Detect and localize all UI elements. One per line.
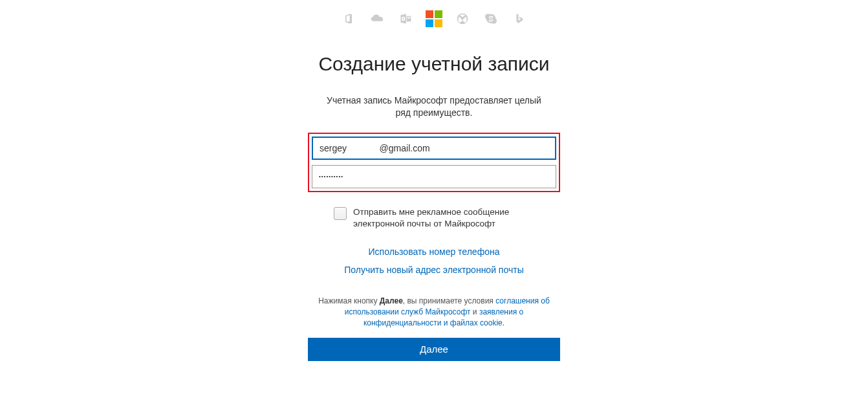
page-subtitle: Учетная запись Майкрософт предоставляет … bbox=[324, 94, 544, 120]
legal-next-bold: Далее bbox=[380, 296, 403, 305]
bing-icon bbox=[512, 12, 526, 26]
legal-text: Нажимая кнопку Далее, вы принимаете усло… bbox=[308, 296, 560, 328]
skype-icon bbox=[484, 12, 498, 26]
page-title: Создание учетной записи bbox=[308, 52, 560, 76]
input-highlight-box bbox=[308, 133, 560, 192]
microsoft-logo-icon bbox=[427, 12, 441, 26]
next-button[interactable]: Далее bbox=[308, 338, 560, 361]
get-new-email-link[interactable]: Получить новый адрес электронной почты bbox=[308, 265, 560, 275]
legal-prefix: Нажимая кнопку bbox=[318, 296, 380, 305]
signup-container: Создание учетной записи Учетная запись М… bbox=[308, 12, 560, 407]
password-input[interactable] bbox=[312, 165, 556, 188]
onedrive-icon bbox=[370, 12, 384, 26]
promo-checkbox-label: Отправить мне рекламное сообщение электр… bbox=[353, 206, 534, 230]
legal-mid2: и bbox=[471, 307, 479, 316]
promo-checkbox-row: Отправить мне рекламное сообщение электр… bbox=[308, 206, 560, 230]
use-phone-link[interactable]: Использовать номер телефона bbox=[308, 247, 560, 257]
legal-end: . bbox=[503, 318, 505, 327]
outlook-icon bbox=[398, 12, 413, 26]
email-input[interactable] bbox=[312, 137, 556, 160]
legal-mid1: , вы принимаете условия bbox=[403, 296, 495, 305]
service-icons-row bbox=[308, 12, 560, 26]
xbox-icon bbox=[455, 12, 470, 26]
office-icon bbox=[342, 12, 356, 26]
promo-checkbox[interactable] bbox=[334, 207, 347, 220]
